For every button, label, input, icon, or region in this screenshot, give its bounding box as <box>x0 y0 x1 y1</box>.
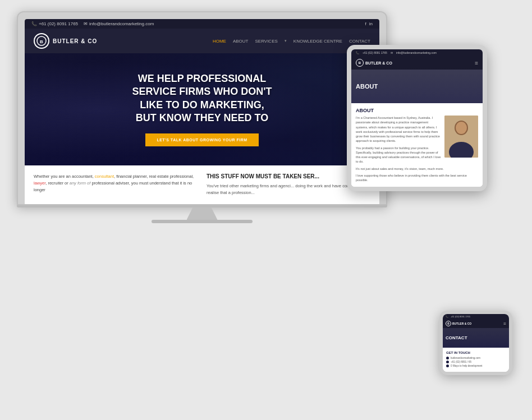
tablet-about-text3: It's not just about sales and money, it'… <box>356 167 478 171</box>
highlight-any: any form of <box>70 181 91 186</box>
nav-services[interactable]: SERVICES <box>255 39 277 44</box>
hero-title-line2: SERVICE FIRMS WHO DON'T <box>132 86 272 97</box>
phone-nav: B BUTLER & CO ≡ <box>443 319 509 328</box>
contact-dot-3 <box>446 364 449 367</box>
content-right: THIS STUFF NOW MUST BE TAKEN SER... You'… <box>207 173 370 196</box>
tablet-about-text4: I love supporting those who believe in p… <box>356 173 478 183</box>
website-preview: 📞 +61 (02) 8091 1765 ✉ info@butlerandcom… <box>25 19 379 204</box>
tablet-device: 📞 +61 (02) 8091 1765 ✉ info@butlerandcom… <box>347 45 487 191</box>
content-section: Whether you are an accountant, consultan… <box>25 165 379 204</box>
monitor-screen: 📞 +61 (02) 8091 1765 ✉ info@butlerandcom… <box>25 19 379 204</box>
tablet-frame: 📞 +61 (02) 8091 1765 ✉ info@butlerandcom… <box>347 45 487 191</box>
phone-screen: 📞 +61 (02) 8091 1765 B BUTLER & CO ≡ CON… <box>443 314 509 372</box>
phone-device: 📞 +61 (02) 8091 1765 B BUTLER & CO ≡ CON… <box>439 311 512 375</box>
nav-knowledge[interactable]: KNOWLEDGE CENTRE <box>293 39 342 44</box>
nav-contact[interactable]: CONTACT <box>349 39 370 44</box>
hero-title-line4: BUT KNOW THEY NEED TO <box>136 112 268 123</box>
desktop-monitor: 📞 +61 (02) 8091 1765 ✉ info@butlerandcom… <box>17 11 387 223</box>
email-address: info@butlerandcomarketing.com <box>89 21 154 26</box>
tablet-top-bar: 📞 +61 (02) 8091 1765 ✉ info@butlerandcom… <box>351 49 483 56</box>
hero-cta-button[interactable]: LET'S TALK ABOUT GROWING YOUR FIRM <box>145 133 258 146</box>
phone-get-touch-heading: GET IN TOUCH <box>446 351 506 354</box>
contact-dot-2 <box>446 361 449 363</box>
phone-contact-item-1: butlerandcomarketing.com <box>446 357 506 359</box>
hero-title: WE HELP PROFESSIONAL SERVICE FIRMS WHO D… <box>132 72 272 125</box>
phone-contact-text-3: 0 Ways to help development <box>451 364 483 367</box>
hero-section: WE HELP PROFESSIONAL SERVICE FIRMS WHO D… <box>25 53 379 165</box>
tablet-screen: 📞 +61 (02) 8091 1765 ✉ info@butlerandcom… <box>351 49 483 187</box>
phone-contact-text-1: butlerandcomarketing.com <box>451 357 480 359</box>
tablet-hero-title: ABOUT <box>356 83 378 90</box>
monitor-stand <box>17 205 387 223</box>
tablet-email: info@butlerandcomarketing.com <box>396 51 437 54</box>
monitor-frame: 📞 +61 (02) 8091 1765 ✉ info@butlerandcom… <box>17 11 387 205</box>
nav-links: HOME ABOUT SERVICES ▾ KNOWLEDGE CENTRE C… <box>213 39 370 44</box>
content-left: Whether you are an accountant, consultan… <box>34 173 198 196</box>
content-left-text: Whether you are an accountant, consultan… <box>34 173 198 193</box>
top-bar-phone: 📞 +61 (02) 8091 1765 <box>31 21 78 26</box>
person-svg <box>444 116 478 158</box>
website-top-bar: 📞 +61 (02) 8091 1765 ✉ info@butlerandcom… <box>25 19 379 29</box>
nav-home[interactable]: HOME <box>213 39 226 44</box>
tablet-phone-icon: 📞 <box>356 51 359 54</box>
svg-point-5 <box>456 122 467 134</box>
phone-contact-item-2: +61 (02) 8091 / 65 <box>446 361 506 363</box>
highlight-consultant: consultant <box>95 174 114 179</box>
phone-top-bar: 📞 +61 (02) 8091 1765 <box>443 314 509 319</box>
tablet-logo-text: BUTLER & CO <box>365 61 392 65</box>
tablet-about-heading: ABOUT <box>356 108 478 113</box>
hero-title-line1: WE HELP PROFESSIONAL <box>138 73 267 84</box>
hamburger-menu[interactable]: ≡ <box>475 60 478 66</box>
hero-content: WE HELP PROFESSIONAL SERVICE FIRMS WHO D… <box>132 72 272 147</box>
phone-contact-title: CONTACT <box>446 335 467 340</box>
phone-frame: 📞 +61 (02) 8091 1765 B BUTLER & CO ≡ CON… <box>439 311 512 375</box>
tablet-email-icon: ✉ <box>391 51 393 54</box>
phone-hamburger[interactable]: ≡ <box>503 321 506 326</box>
phone-phone-number: +61 (02) 8091 1765 <box>451 315 470 318</box>
phone-number: +61 (02) 8091 1765 <box>39 21 78 26</box>
tablet-person-image <box>444 116 478 158</box>
phone-contact-item-3: 0 Ways to help development <box>446 364 506 367</box>
phone-icon: 📞 <box>31 21 37 26</box>
phone-get-touch: GET IN TOUCH butlerandcomarketing.com +6… <box>443 348 509 372</box>
logo-icon: B <box>34 33 49 49</box>
phone-phone-icon: 📞 <box>446 315 448 318</box>
hero-title-line3: LIKE TO DO MARKETING, <box>140 99 264 110</box>
tablet-logo: B BUTLER & CO <box>356 59 392 67</box>
services-dropdown-icon[interactable]: ▾ <box>285 39 287 44</box>
nav-bar: B BUTLER & CO HOME ABOUT SERVICES ▾ KNOW… <box>25 29 379 53</box>
linkedin-icon[interactable]: in <box>369 21 373 26</box>
content-right-heading: THIS STUFF NOW MUST BE TAKEN SER... <box>207 173 370 179</box>
phone-logo-text: BUTLER & CO <box>452 322 471 325</box>
top-bar-email-section: ✉ info@butlerandcomarketing.com <box>84 21 154 26</box>
nav-about[interactable]: ABOUT <box>233 39 249 44</box>
facebook-icon[interactable]: f <box>365 21 366 26</box>
tablet-about: ABOUT I'm a Chartered Accountant based <box>351 103 483 187</box>
scene: 📞 +61 (02) 8091 1765 ✉ info@butlerandcom… <box>0 0 532 420</box>
phone-contact-text-2: +61 (02) 8091 / 65 <box>451 361 471 363</box>
email-icon: ✉ <box>84 21 88 26</box>
highlight-lawyer: lawyer <box>34 181 45 186</box>
tablet-phone: +61 (02) 8091 1765 <box>363 51 387 54</box>
logo-text: BUTLER & CO <box>53 38 97 44</box>
tablet-logo-icon: B <box>356 59 364 67</box>
social-links: f in <box>365 21 373 26</box>
logo-area: B BUTLER & CO <box>34 33 213 49</box>
tablet-about-content: I'm a Chartered Accountant based in Sydn… <box>356 116 478 182</box>
content-right-text: You've tried other marketing firms and a… <box>207 183 370 196</box>
tablet-nav: B BUTLER & CO ≡ <box>351 56 483 70</box>
tablet-hero: ABOUT <box>351 70 483 103</box>
phone-contact-hero: CONTACT <box>443 328 509 348</box>
phone-logo: B BUTLER & CO <box>446 321 471 326</box>
phone-logo-icon: B <box>446 321 451 326</box>
svg-text:B: B <box>40 39 43 44</box>
contact-dot-1 <box>446 357 449 359</box>
